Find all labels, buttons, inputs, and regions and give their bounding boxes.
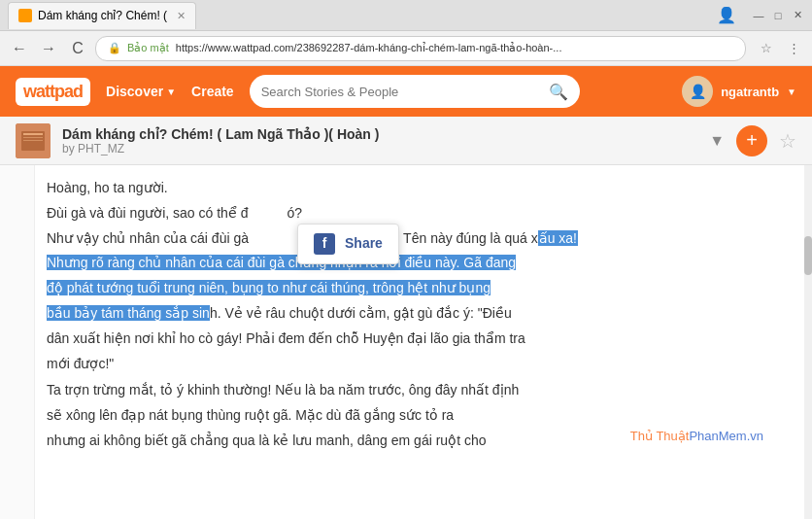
content-wrapper: f Share Hoàng, ho ta người. Đùi gà và đù… <box>47 177 793 453</box>
add-to-library-button[interactable]: + <box>736 125 767 156</box>
window-controls: — □ ✕ <box>752 9 804 22</box>
list-item: Hoàng, ho ta người. <box>47 177 793 200</box>
list-item: dân xuất hiện nơi khỉ ho cò gáy! Phải đe… <box>47 328 793 351</box>
user-chevron-icon: ▼ <box>787 86 796 97</box>
watermark: Thủ ThuậtPhanMem.vn <box>630 426 763 447</box>
refresh-button[interactable]: C <box>66 37 89 60</box>
forward-button[interactable]: → <box>37 37 60 60</box>
create-nav-item[interactable]: Create <box>191 84 234 99</box>
list-item: mới được!" <box>47 353 793 376</box>
username-label: ngatrantb <box>721 85 779 99</box>
user-menu[interactable]: 👤 ngatrantb ▼ <box>682 76 796 107</box>
browser-tab[interactable]: Dám kháng chỉ? Chém! ( ✕ <box>8 2 196 29</box>
svg-rect-4 <box>23 140 43 141</box>
bookmark-button[interactable]: ☆ <box>779 129 796 153</box>
wattpad-logo[interactable]: wattpad <box>16 78 90 106</box>
list-item: bầu bảy tám tháng sắp sinh. Vẻ vẻ râu ch… <box>47 302 793 326</box>
list-item: Như vậy chủ nhân của cái đùi gà vỡ bỏ rồ… <box>47 227 793 251</box>
browser-menu-button[interactable]: ⋮ <box>783 38 804 59</box>
highlighted-text: độ phát tướng tuổi trung niên, bụng to n… <box>47 280 491 295</box>
discover-nav-item[interactable]: Discover ▼ <box>106 84 176 99</box>
url-text: Bảo mật https://www.wattpad.com/23869228… <box>127 42 561 54</box>
back-button[interactable]: ← <box>8 37 31 60</box>
story-cover-image <box>16 123 51 158</box>
highlighted-text: Nhưng rõ ràng chủ nhân của cái đùi gà ch… <box>47 255 516 270</box>
list-item: sẽ xông lên đạp nát bụng thùng ruột gã. … <box>47 404 793 428</box>
story-header: Dám kháng chỉ? Chém! ( Lam Ngã Thảo )( H… <box>0 117 812 165</box>
search-input[interactable] <box>261 85 541 99</box>
security-lock-icon: 🔒 <box>108 42 121 54</box>
logo-text: wattpad <box>16 78 90 106</box>
search-bar[interactable]: 🔍 <box>250 75 580 108</box>
list-item: độ phát tướng tuổi trung niên, bụng to n… <box>47 277 793 300</box>
list-item: Đùi gà và đùi người, sao có thể đó? <box>47 202 793 225</box>
wattpad-navbar: wattpad Discover ▼ Create 🔍 👤 ngatrantb … <box>0 66 812 117</box>
story-content: f Share Hoàng, ho ta người. Đùi gà và đù… <box>0 165 812 519</box>
svg-rect-3 <box>23 137 43 138</box>
facebook-icon: f <box>314 233 335 255</box>
tab-close-button[interactable]: ✕ <box>177 10 186 22</box>
scrollbar-thumb[interactable] <box>804 236 812 275</box>
story-expand-icon[interactable]: ▼ <box>709 132 725 150</box>
tab-favicon <box>18 9 32 22</box>
story-author: by PHT_MZ <box>62 142 697 156</box>
list-item: Nhưng rõ ràng chủ nhân của cái đùi gà ch… <box>47 252 793 275</box>
svg-rect-2 <box>23 133 43 135</box>
list-item: Ta trợn trừng mắt, tỏ ý khinh thường! Nế… <box>47 379 793 402</box>
highlighted-text: bầu bảy tám tháng sắp sin <box>47 305 210 321</box>
close-button[interactable]: ✕ <box>791 9 804 22</box>
search-icon[interactable]: 🔍 <box>549 83 568 101</box>
titlebar: Dám kháng chỉ? Chém! ( ✕ 👤 — □ ✕ <box>0 0 812 31</box>
avatar: 👤 <box>682 76 713 107</box>
share-label: Share <box>345 232 383 256</box>
discover-chevron-icon: ▼ <box>166 86 176 97</box>
minimize-button[interactable]: — <box>752 9 765 22</box>
facebook-share-popup[interactable]: f Share <box>297 224 399 264</box>
scrollbar-track <box>804 165 812 519</box>
story-info: Dám kháng chỉ? Chém! ( Lam Ngã Thảo )( H… <box>62 126 697 156</box>
bookmark-page-button[interactable]: ☆ <box>756 38 777 59</box>
tab-label: Dám kháng chỉ? Chém! ( <box>38 9 167 22</box>
url-bar[interactable]: 🔒 Bảo mật https://www.wattpad.com/238692… <box>95 36 746 61</box>
maximize-button[interactable]: □ <box>771 9 785 22</box>
left-margin <box>0 165 35 519</box>
profile-icon: 👤 <box>717 6 736 24</box>
story-actions: + ☆ <box>736 125 796 156</box>
address-bar-actions: ☆ ⋮ <box>756 38 804 59</box>
address-bar: ← → C 🔒 Bảo mật https://www.wattpad.com/… <box>0 31 812 66</box>
story-title: Dám kháng chỉ? Chém! ( Lam Ngã Thảo )( H… <box>62 126 697 142</box>
